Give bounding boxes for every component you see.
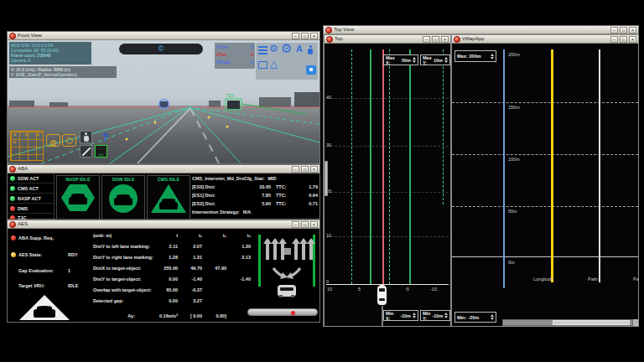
spinner-down[interactable]: [491, 57, 494, 59]
vmap-plot-area: 200m 150m 100m 50m 0m Longitude Path: Pa…: [452, 44, 638, 326]
spinner[interactable]: [491, 54, 494, 59]
min-x-control[interactable]: Min X: -10m: [383, 310, 418, 321]
settings-icon-box[interactable]: ⚙: [46, 134, 60, 147]
minimize-button[interactable]: –: [610, 27, 618, 34]
spinner[interactable]: [444, 313, 448, 318]
aes-titlebar[interactable]: AES – □ ×: [8, 220, 319, 229]
spinner[interactable]: [413, 57, 416, 63]
spinner[interactable]: [413, 313, 416, 318]
minimize-button[interactable]: –: [292, 221, 299, 228]
close-button[interactable]: ×: [310, 166, 318, 173]
person-icon[interactable]: [308, 45, 313, 54]
h-scrollbar[interactable]: [502, 319, 633, 326]
minimize-button[interactable]: –: [292, 166, 299, 173]
seatbelt-icon-box[interactable]: [80, 145, 92, 158]
gridline: [326, 146, 449, 147]
cell: 1.31: [178, 252, 202, 263]
max-x-control[interactable]: Max X: 50m: [383, 54, 418, 65]
mountain-icon[interactable]: △: [270, 58, 278, 70]
maximize-button[interactable]: □: [301, 166, 309, 173]
scrollbar-fragment[interactable]: [325, 161, 328, 196]
front-view-titlebar[interactable]: Front View – □ ×: [8, 32, 319, 40]
window-title: Top View: [334, 26, 609, 34]
table-row: Overlap with target-object: 65.00 -0.37: [93, 285, 254, 296]
gear-icon[interactable]: ⚙: [281, 41, 292, 56]
spinner[interactable]: [491, 314, 494, 320]
min-value[interactable]: -20m: [468, 315, 479, 320]
spinner-up[interactable]: [444, 57, 448, 59]
spinner-down[interactable]: [444, 60, 448, 63]
spinner-up[interactable]: [491, 54, 494, 56]
cell: -0.37: [178, 285, 202, 296]
range-gridline: [452, 154, 638, 155]
maximize-button[interactable]: □: [620, 27, 627, 34]
display-icon[interactable]: [258, 61, 267, 69]
aba-window: ABA – □ × SDW ACT CMS ACT BASP ACT: [7, 164, 320, 220]
merge-arrows-car-icon: [268, 266, 305, 303]
cell: [226, 296, 251, 307]
maximize-button[interactable]: □: [301, 33, 309, 39]
maximize-button[interactable]: □: [432, 36, 439, 43]
stat-label: [ES0] Dist:: [192, 183, 244, 191]
vmap-min-control[interactable]: Min: -20m: [454, 312, 496, 323]
top-plot-titlebar[interactable]: Top – □ ×: [325, 35, 450, 44]
close-button[interactable]: ×: [310, 33, 318, 39]
aba-titlebar[interactable]: ABA – □ ×: [8, 165, 319, 173]
dist-value: 7.85: [244, 191, 271, 199]
scrollbar-thumb[interactable]: [553, 320, 630, 325]
maximize-button[interactable]: □: [620, 36, 627, 43]
close-button[interactable]: ×: [441, 36, 449, 43]
max-y-label: Max Y:: [423, 55, 432, 65]
close-button[interactable]: ×: [629, 27, 636, 34]
spinner-down[interactable]: [413, 316, 416, 318]
top-view-titlebar[interactable]: Top View – □ ×: [324, 26, 638, 34]
status-value: IDLE: [68, 283, 79, 288]
app-icon: [9, 166, 16, 173]
pedestrian-icon-box[interactable]: [80, 131, 92, 143]
min-y-value[interactable]: -10m: [432, 313, 443, 318]
resize-grip[interactable]: [633, 319, 638, 326]
close-button[interactable]: ×: [629, 36, 636, 43]
camera-icon-box[interactable]: [62, 134, 76, 147]
spinner-up[interactable]: [444, 313, 448, 315]
cell: [202, 296, 226, 307]
vmap-max-control[interactable]: Max: 200m: [454, 50, 496, 62]
status-line: X: EME_State(P_NormalOperation): [11, 72, 115, 77]
strategy-value: N/A: [243, 208, 251, 216]
tile-sdw: SDW IDLE: [101, 175, 145, 220]
minimize-button[interactable]: –: [423, 36, 430, 43]
max-x-value[interactable]: 50m: [402, 58, 411, 63]
min-x-value[interactable]: -10m: [400, 313, 411, 318]
minimize-button[interactable]: –: [610, 36, 618, 43]
binoculars-icon[interactable]: A: [296, 44, 303, 54]
spinner-down[interactable]: [491, 318, 494, 320]
menu-icon[interactable]: [258, 46, 267, 54]
calibration-grid-icon[interactable]: ✕ ✕ ✕ ✕: [10, 131, 44, 161]
y-tick: 40: [326, 95, 331, 100]
cell: -1.40: [226, 274, 251, 285]
chat-icon[interactable]: [306, 65, 316, 75]
max-y-control[interactable]: Max Y: 10m: [420, 54, 450, 65]
slider-thumb[interactable]: [291, 311, 295, 315]
question-icon-box[interactable]: ?: [100, 129, 112, 142]
question-icon: ?: [102, 132, 108, 143]
vmap-titlebar[interactable]: VMapApp – □ ×: [452, 35, 638, 44]
spinner-up[interactable]: [413, 313, 416, 315]
spinner-down[interactable]: [444, 316, 448, 318]
measurement-table: (unit: m) t t₁ t₂ t₃ DistY to left lane …: [93, 230, 254, 322]
minimize-button[interactable]: –: [292, 33, 299, 39]
spinner-down[interactable]: [413, 60, 416, 63]
max-y-value[interactable]: 10m: [434, 58, 443, 63]
spinner-up[interactable]: [413, 57, 416, 59]
arch-icon-box[interactable]: ∩: [95, 145, 107, 158]
spinner[interactable]: [444, 57, 448, 63]
window-title: AES: [18, 220, 290, 228]
close-button[interactable]: ×: [310, 221, 318, 228]
maximize-button[interactable]: □: [301, 221, 309, 228]
min-y-control[interactable]: Min Y: -10m: [420, 310, 450, 321]
gear-icon[interactable]: ⚙: [269, 43, 278, 54]
spinner-up[interactable]: [491, 314, 494, 317]
max-value[interactable]: 200m: [470, 54, 481, 59]
activation-slider[interactable]: [247, 308, 318, 316]
lane-line-dashed: [351, 49, 352, 284]
